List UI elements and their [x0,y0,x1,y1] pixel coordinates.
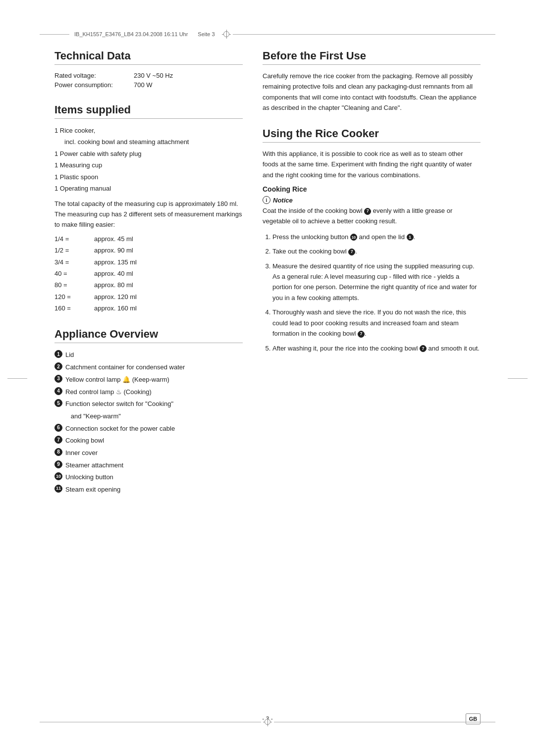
registration-bar-bottom [40,717,495,726]
measure-row: 40 = approx. 40 ml [54,268,243,279]
measure-row: 120 = approx. 120 ml [54,291,243,302]
overview-item-9: 9 Steamer attachment [54,459,243,472]
page: IB_KH1557_E3476_LB4 23.04.2008 16:11 Uhr… [0,0,535,756]
technical-data-title: Technical Data [54,50,243,65]
step-5: After washing it, pour the rice into the… [272,343,481,353]
using-rice-cooker-section: Using the Rice Cooker With this applianc… [263,127,481,353]
item-number-6: 6 [54,424,62,432]
measuring-note: The total capacity of the measuring cup … [54,199,243,230]
item-number-10: 10 [54,472,62,480]
overview-item-3: 3 Yellow control lamp 🔔 (Keep-warm) [54,374,243,386]
overview-item-6: 6 Connection socket for the power cable [54,423,243,435]
item-number-3: 3 [54,375,62,383]
measure-label: 1/2 = [54,245,94,256]
main-content: Technical Data Rated voltage: 230 V ~50 … [54,50,481,711]
tech-value-power: 700 W [134,80,243,90]
step-3: Measure the desired quantity of rice usi… [272,261,481,303]
step-2: Take out the cooking bowl 7. [272,246,481,256]
item-number-8: 8 [54,448,62,456]
list-item: 1 Rice cooker, [54,125,243,136]
measure-label: 160 = [54,302,94,314]
before-first-use-text: Carefully remove the rice cooker from th… [263,71,481,113]
measure-row: 80 = approx. 80 ml [54,279,243,291]
item-label-11: Steam exit opening [65,484,120,496]
item-label-10: Unlocking button [65,471,113,484]
measure-label: 120 = [54,291,94,302]
appliance-overview-title: Appliance Overview [54,328,243,343]
overview-item-2: 2 Catchment container for condensed wate… [54,361,243,374]
tech-value-voltage: 230 V ~50 Hz [134,71,243,80]
technical-data-table: Rated voltage: 230 V ~50 Hz Power consum… [54,71,243,90]
item-label-3: Yellow control lamp 🔔 (Keep-warm) [65,374,169,386]
before-first-use-section: Before the First Use Carefully remove th… [263,50,481,113]
notice-title: i Notice [263,196,481,204]
list-item: 1 Power cable with safety plug [54,148,243,159]
cooking-rice-subtitle: Cooking Rice [263,185,481,193]
measure-value: approx. 40 ml [94,268,154,279]
item-number-2: 2 [54,362,62,370]
step-4: Thoroughly wash and sieve the rice. If y… [272,307,481,339]
measure-value: approx. 135 ml [94,256,154,268]
overview-item-8: 8 Inner cover [54,447,243,459]
table-row: Rated voltage: 230 V ~50 Hz [54,71,243,80]
item-label-6: Connection socket for the power cable [65,423,175,435]
item-label-4: Red control lamp ♨ (Cooking) [65,386,152,399]
side-mark-left [7,378,27,379]
item-number-11: 11 [54,485,62,493]
item-label-5: Function selector switch for "Cooking" a… [65,398,173,422]
measure-value: approx. 45 ml [94,233,154,245]
ref-7d: 7 [420,345,427,352]
reg-line-left [40,34,69,35]
appliance-overview-section: Appliance Overview 1 Lid 2 Catchment con… [54,328,243,496]
header-page-label: Seite 3 [193,31,219,37]
overview-list: 1 Lid 2 Catchment container for condense… [54,349,243,496]
cooking-steps: Press the unlocking button 10 and open t… [263,232,481,353]
item-label-2: Catchment container for condensed water [65,361,185,374]
item-label-7: Cooking bowl [65,435,104,447]
tech-label-voltage: Rated voltage: [54,71,134,80]
overview-item-7: 7 Cooking bowl [54,435,243,447]
notice-label: Notice [273,197,293,204]
header-meta: IB_KH1557_E3476_LB4 23.04.2008 16:11 Uhr [69,31,193,37]
ref-1: 1 [407,234,414,241]
measurement-table: 1/4 = approx. 45 ml 1/2 = approx. 90 ml … [54,233,243,314]
ref-7: 7 [364,208,371,215]
before-first-use-title: Before the First Use [263,50,481,65]
measure-value: approx. 80 ml [94,279,154,291]
two-column-layout: Technical Data Rated voltage: 230 V ~50 … [54,50,481,711]
measure-row: 1/4 = approx. 45 ml [54,233,243,245]
measure-value: approx. 160 ml [94,302,154,314]
item-label-1: Lid [65,349,74,361]
technical-data-section: Technical Data Rated voltage: 230 V ~50 … [54,50,243,90]
measure-label: 3/4 = [54,256,94,268]
measure-value: approx. 90 ml [94,245,154,256]
item-number-1: 1 [54,350,62,358]
items-supplied-section: Items supplied 1 Rice cooker, incl. cook… [54,103,243,314]
list-item: incl. cooking bowl and steaming attachme… [54,136,243,148]
crosshair-top [222,30,231,39]
side-mark-right [508,378,528,379]
list-item: 1 Operating manual [54,183,243,194]
overview-item-4: 4 Red control lamp ♨ (Cooking) [54,386,243,399]
ref-7b: 7 [348,249,355,255]
notice-icon: i [263,196,270,204]
item-number-9: 9 [54,460,62,468]
overview-item-5: 5 Function selector switch for "Cooking"… [54,398,243,422]
item-label-8: Inner cover [65,447,98,459]
overview-item-1: 1 Lid [54,349,243,361]
items-list: 1 Rice cooker, incl. cooking bowl and st… [54,125,243,194]
crosshair-bottom [263,717,272,726]
item-number-4: 4 [54,387,62,395]
right-column: Before the First Use Carefully remove th… [263,50,481,711]
overview-item-10: 10 Unlocking button [54,471,243,484]
list-item: 1 Plastic spoon [54,171,243,183]
measure-row: 3/4 = approx. 135 ml [54,256,243,268]
measure-label: 80 = [54,279,94,291]
item-number-7: 7 [54,436,62,444]
ref-7c: 7 [358,331,365,338]
using-rice-cooker-intro: With this appliance, it is possible to c… [263,149,481,180]
item-label-9: Steamer attachment [65,459,123,472]
measure-label: 1/4 = [54,233,94,245]
tech-label-power: Power consumption: [54,80,134,90]
item-number-5: 5 [54,399,62,407]
